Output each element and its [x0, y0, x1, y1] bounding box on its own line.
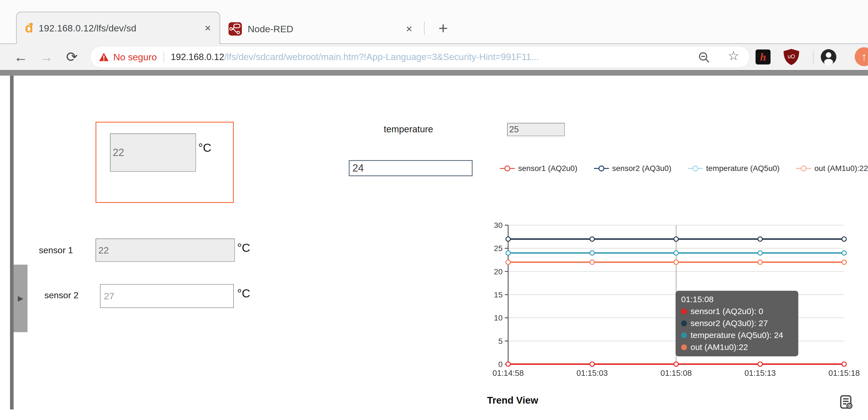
tab-webvisu[interactable]: đ 192.168.0.12/lfs/dev/sd ✕ [16, 12, 220, 44]
svg-text:uO: uO [788, 53, 795, 59]
tooltip-row: sensor2 (AQ3u0): 27 [681, 318, 793, 328]
security-chip-label[interactable]: No seguro [113, 52, 157, 62]
nodered-favicon-icon [228, 22, 242, 36]
tab-title: Node-RED [248, 24, 403, 34]
chart-tooltip: 01:15:08 sensor1 (AQ2u0): 0sensor2 (AQ3u… [676, 291, 798, 356]
legend-marker-icon [594, 165, 609, 172]
tab-separator [424, 22, 425, 35]
tab-strip: đ 192.168.0.12/lfs/dev/sd ✕ Node-RED ✕ + [0, 12, 868, 44]
tooltip-rows: sensor1 (AQ2u0): 0sensor2 (AQ3u0): 27tem… [681, 307, 793, 352]
tooltip-series-dot [681, 309, 687, 314]
legend-label: sensor1 (AQ2u0) [518, 164, 577, 173]
svg-text:15: 15 [494, 290, 503, 299]
svg-text:01:15:18: 01:15:18 [829, 369, 860, 377]
svg-text:30: 30 [494, 221, 503, 230]
svg-text:0: 0 [498, 360, 503, 369]
url-path: /lfs/dev/sdcard/webroot/main.htm?!App-La… [224, 52, 539, 62]
extension-ublock[interactable]: uO [781, 44, 802, 70]
setpoint-input[interactable]: 24 [349, 160, 473, 176]
extension-h-label: h [760, 51, 766, 63]
extension-h[interactable]: h [754, 44, 772, 70]
document-search-icon [840, 395, 853, 409]
svg-text:5: 5 [498, 337, 503, 345]
browser-update-button[interactable]: ↑ [855, 47, 868, 66]
page-top-scroll-bar[interactable] [0, 70, 868, 76]
legend-label: temperature (AQ5u0) [706, 164, 780, 173]
trend-legend: sensor1 (AQ2u0) sensor2 (AQ3u0) temperat… [500, 162, 868, 174]
zoom-out-icon[interactable] [697, 51, 711, 64]
sensor1-label: sensor 1 [39, 245, 73, 255]
tab-nodered[interactable]: Node-RED ✕ [222, 14, 420, 44]
sensor1-display: 22 [95, 239, 235, 262]
svg-text:01:15:03: 01:15:03 [577, 369, 608, 377]
svg-text:25: 25 [494, 244, 503, 253]
svg-text:20: 20 [494, 268, 503, 276]
trend-view-title: Trend View [487, 395, 538, 406]
unit-label: °C [237, 287, 250, 300]
back-button[interactable]: ← [9, 44, 33, 70]
reload-button[interactable]: ⟳ [60, 44, 84, 70]
legend-item[interactable]: temperature (AQ5u0) [688, 164, 780, 173]
ublock-shield-icon: uO [783, 48, 800, 65]
tab-title: 192.168.0.12/lfs/dev/sd [39, 23, 202, 34]
svg-text:01:14:58: 01:14:58 [493, 369, 524, 377]
bookmark-star-icon[interactable]: ☆ [728, 48, 739, 63]
omnibox-separator [163, 51, 164, 62]
tooltip-row: out (AM1u0):22 [681, 342, 793, 352]
browser-chrome: đ 192.168.0.12/lfs/dev/sd ✕ Node-RED ✕ +… [0, 0, 868, 70]
url-text[interactable]: 192.168.0.12/lfs/dev/sdcard/webroot/main… [171, 52, 539, 62]
tooltip-series-dot [681, 344, 687, 350]
codesys-favicon-icon: đ [25, 21, 33, 35]
legend-item[interactable]: out (AM1u0):22 [796, 164, 868, 173]
tooltip-row: sensor1 (AQ2u0): 0 [681, 307, 793, 316]
tooltip-series-dot [681, 332, 687, 338]
legend-label: sensor2 (AQ3u0) [612, 164, 672, 173]
svg-text:01:15:13: 01:15:13 [744, 369, 776, 377]
report-button[interactable] [840, 395, 853, 410]
tooltip-series-dot [681, 320, 687, 326]
svg-text:10: 10 [494, 313, 503, 322]
temperature-label: temperature [384, 124, 433, 135]
sensor2-label: sensor 2 [44, 290, 79, 301]
tab-close-icon[interactable]: ✕ [403, 23, 415, 35]
tooltip-row: temperature (AQ5u0): 24 [681, 331, 793, 340]
legend-label: out (AM1u0):22 [814, 164, 868, 173]
tab-close-icon[interactable]: ✕ [202, 22, 214, 34]
legend-marker-icon [688, 165, 703, 172]
tooltip-time: 01:15:08 [681, 295, 793, 304]
new-tab-button[interactable]: + [432, 16, 454, 40]
main-temperature-display: 22 [110, 133, 196, 172]
svg-text:01:15:08: 01:15:08 [660, 369, 692, 377]
unit-label: °C [198, 141, 211, 155]
forward-button[interactable]: → [34, 44, 58, 70]
url-host: 192.168.0.12 [171, 52, 224, 62]
temperature-display: 25 [507, 123, 565, 136]
sensor2-input[interactable]: 27 [100, 284, 234, 308]
avatar-icon [820, 49, 837, 65]
unit-label: °C [237, 241, 250, 255]
address-bar[interactable]: No seguro 192.168.0.12/lfs/dev/sdcard/we… [90, 46, 750, 68]
flyout-handle[interactable]: ▶ [13, 264, 28, 332]
profile-avatar[interactable] [818, 44, 839, 70]
legend-item[interactable]: sensor2 (AQ3u0) [594, 164, 672, 173]
legend-item[interactable]: sensor1 (AQ2u0) [500, 164, 577, 173]
toolbar-separator [813, 51, 813, 63]
security-warning-icon [99, 53, 109, 61]
legend-marker-icon [500, 165, 515, 172]
browser-toolbar: ← → ⟳ No seguro 192.168.0.12/lfs/dev/sdc… [0, 44, 868, 70]
page-left-border [10, 76, 13, 410]
legend-marker-icon [796, 165, 811, 172]
